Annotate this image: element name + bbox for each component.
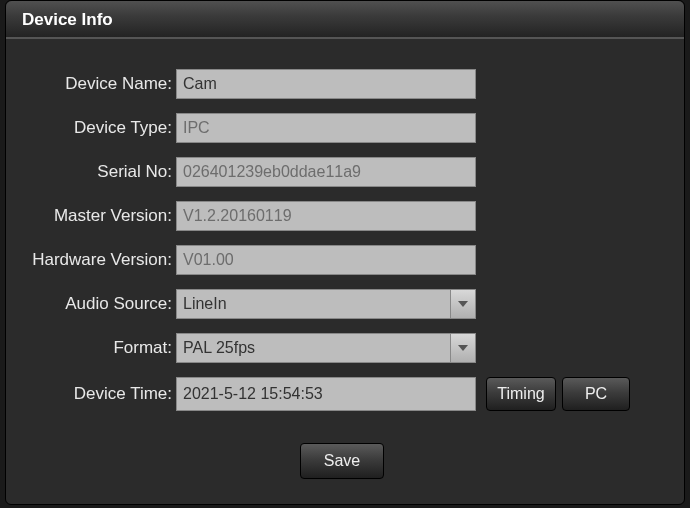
serial-no-field: 026401239eb0ddae11a9 bbox=[176, 157, 476, 187]
label-audio-source: Audio Source: bbox=[6, 294, 176, 314]
format-dropdown-button[interactable] bbox=[450, 333, 476, 363]
pc-button[interactable]: PC bbox=[562, 377, 630, 411]
audio-source-value: LineIn bbox=[176, 289, 450, 319]
audio-source-dropdown-button[interactable] bbox=[450, 289, 476, 319]
label-device-time: Device Time: bbox=[6, 384, 176, 404]
label-master-version: Master Version: bbox=[6, 206, 176, 226]
format-select[interactable]: PAL 25fps bbox=[176, 333, 476, 363]
chevron-down-icon bbox=[458, 345, 468, 351]
audio-source-select[interactable]: LineIn bbox=[176, 289, 476, 319]
device-name-input[interactable]: Cam bbox=[176, 69, 476, 99]
label-format: Format: bbox=[6, 338, 176, 358]
master-version-field: V1.2.20160119 bbox=[176, 201, 476, 231]
device-type-field: IPC bbox=[176, 113, 476, 143]
row-device-name: Device Name: Cam bbox=[6, 69, 664, 99]
format-value: PAL 25fps bbox=[176, 333, 450, 363]
chevron-down-icon bbox=[458, 301, 468, 307]
row-format: Format: PAL 25fps bbox=[6, 333, 664, 363]
save-button[interactable]: Save bbox=[300, 443, 384, 479]
row-hardware-version: Hardware Version: V01.00 bbox=[6, 245, 664, 275]
row-device-type: Device Type: IPC bbox=[6, 113, 664, 143]
row-serial-no: Serial No: 026401239eb0ddae11a9 bbox=[6, 157, 664, 187]
row-audio-source: Audio Source: LineIn bbox=[6, 289, 664, 319]
hardware-version-field: V01.00 bbox=[176, 245, 476, 275]
label-device-name: Device Name: bbox=[6, 74, 176, 94]
label-hardware-version: Hardware Version: bbox=[6, 250, 176, 270]
row-master-version: Master Version: V1.2.20160119 bbox=[6, 201, 664, 231]
label-serial-no: Serial No: bbox=[6, 162, 176, 182]
device-time-field[interactable]: 2021-5-12 15:54:53 bbox=[176, 377, 476, 411]
timing-button[interactable]: Timing bbox=[486, 377, 556, 411]
panel-body: Device Name: Cam Device Type: IPC Serial… bbox=[6, 39, 684, 499]
panel-title: Device Info bbox=[6, 1, 684, 39]
row-device-time: Device Time: 2021-5-12 15:54:53 Timing P… bbox=[6, 377, 664, 411]
device-info-panel: Device Info Device Name: Cam Device Type… bbox=[5, 0, 685, 505]
label-device-type: Device Type: bbox=[6, 118, 176, 138]
